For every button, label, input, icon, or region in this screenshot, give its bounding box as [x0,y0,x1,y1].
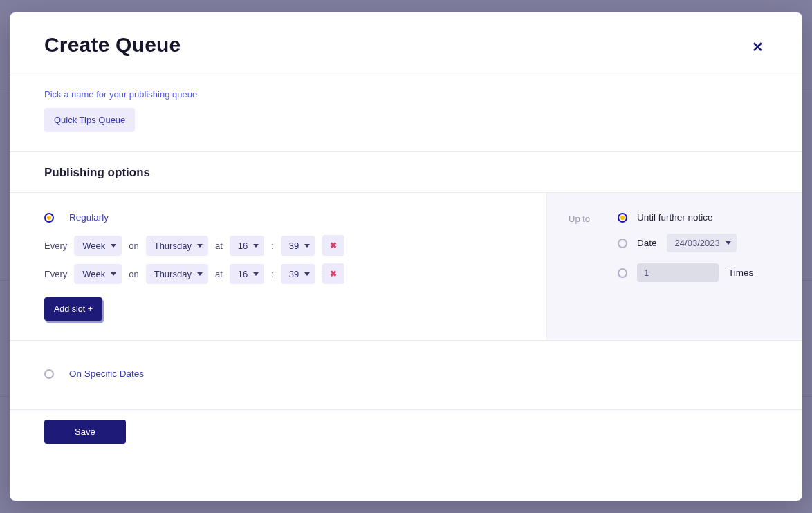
hour-value: 16 [238,269,248,279]
until-further-option[interactable]: Until further notice [618,212,753,223]
period-value: Week [82,241,105,251]
date-option[interactable]: Date 24/03/2023 [618,234,753,252]
day-value: Thursday [154,269,192,279]
hour-select[interactable]: 16 [230,264,264,284]
every-label: Every [44,241,67,251]
slot-line: Every Week on Thursday at 16 : 39 ✖ [44,235,512,256]
upto-line: Up to Until further notice Date 24/03/20… [569,212,781,282]
slot-line: Every Week on Thursday at 16 : 39 ✖ [44,263,512,284]
minute-value: 39 [289,269,299,279]
save-button[interactable]: Save [44,420,126,444]
publishing-options-row: Regularly Every Week on Thursday at 16 :… [10,193,802,340]
close-icon[interactable]: ✕ [748,36,768,58]
chevron-down-icon [197,272,203,276]
hour-value: 16 [238,241,248,251]
queue-name-caption: Pick a name for your publishing queue [44,89,768,100]
times-radio[interactable] [618,268,627,278]
on-label: on [129,269,138,279]
until-further-radio[interactable] [618,213,627,223]
create-queue-modal: Create Queue ✕ Pick a name for your publ… [10,12,802,501]
modal-header: Create Queue ✕ [10,12,802,75]
regularly-label: Regularly [69,212,109,223]
modal-title: Create Queue [44,33,181,57]
chevron-down-icon [111,244,116,248]
times-label: Times [728,268,753,278]
hour-select[interactable]: 16 [230,236,264,256]
specific-dates-radio[interactable] [44,369,54,379]
time-colon: : [271,269,274,279]
queue-name-section: Pick a name for your publishing queue Qu… [10,75,802,151]
until-further-label: Until further notice [637,212,713,223]
modal-footer: Save [10,410,802,460]
times-option[interactable]: Times [618,263,753,282]
day-select[interactable]: Thursday [146,264,208,284]
chevron-down-icon [304,244,310,248]
date-select[interactable]: 24/03/2023 [667,234,737,252]
period-select[interactable]: Week [74,236,122,256]
day-value: Thursday [154,241,192,251]
date-radio[interactable] [618,239,627,248]
period-value: Week [82,269,105,279]
date-value: 24/03/2023 [675,238,720,248]
on-label: on [129,241,138,251]
regularly-radio[interactable] [44,213,54,223]
chevron-down-icon [197,244,203,248]
at-label: at [215,241,223,251]
upto-pane: Up to Until further notice Date 24/03/20… [546,193,802,340]
chevron-down-icon [253,244,259,248]
period-select[interactable]: Week [74,264,122,284]
chevron-down-icon [111,272,116,276]
queue-name-input[interactable]: Quick Tips Queue [44,108,135,132]
specific-dates-row[interactable]: On Specific Dates [10,341,802,409]
upto-options: Until further notice Date 24/03/2023 Tim… [618,212,753,282]
upto-label: Up to [569,212,590,224]
chevron-down-icon [726,241,731,245]
publishing-options-heading: Publishing options [10,152,802,192]
date-option-label: Date [637,238,657,248]
day-select[interactable]: Thursday [146,236,208,256]
chevron-down-icon [304,272,310,276]
time-colon: : [271,241,274,251]
chevron-down-icon [253,272,259,276]
specific-dates-label: On Specific Dates [69,369,144,379]
every-label: Every [44,269,67,279]
delete-slot-button[interactable]: ✖ [322,235,344,256]
at-label: at [215,269,223,279]
minute-value: 39 [289,241,299,251]
regularly-pane: Regularly Every Week on Thursday at 16 :… [10,193,546,340]
delete-slot-button[interactable]: ✖ [322,263,344,284]
times-input[interactable] [637,263,719,282]
minute-select[interactable]: 39 [281,264,315,284]
regularly-radio-row[interactable]: Regularly [44,212,512,223]
add-slot-button[interactable]: Add slot + [44,297,102,321]
minute-select[interactable]: 39 [281,236,315,256]
